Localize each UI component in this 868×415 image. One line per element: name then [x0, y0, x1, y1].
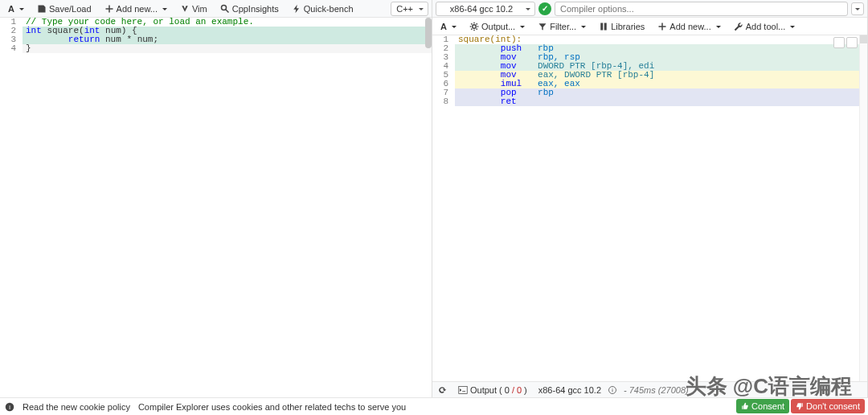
- minimap[interactable]: [859, 35, 867, 381]
- book-icon: [599, 22, 608, 31]
- overview-icon[interactable]: [846, 37, 858, 48]
- add-new-label: Add new...: [669, 22, 710, 31]
- refresh-icon[interactable]: [437, 385, 447, 395]
- output-sep: /: [512, 385, 514, 395]
- overview-icon[interactable]: [833, 37, 845, 48]
- output-close: ): [524, 385, 527, 395]
- add-new-button[interactable]: Add new...: [100, 2, 172, 15]
- gear-icon: [469, 22, 479, 31]
- output-text: Output (: [470, 385, 502, 395]
- thumbs-up-icon: [741, 402, 749, 410]
- language-value: C++: [396, 4, 413, 14]
- asm-status-bar: Output (0/0) x86-64 gcc 10.2 - 745ms (27…: [432, 381, 867, 397]
- asm-toolbar: A Output... Filter... Libraries Add new.…: [432, 18, 867, 35]
- thumbs-down-icon: [796, 402, 804, 410]
- line-number: 8: [432, 97, 448, 106]
- filter-menu[interactable]: Filter...: [533, 20, 591, 33]
- svg-point-1: [473, 24, 477, 28]
- cookie-message: Compiler Explorer uses cookies and other…: [138, 402, 406, 412]
- info-icon[interactable]: [608, 385, 617, 395]
- split-panes: A Save/Load Add new... Vim CppInsights: [0, 0, 868, 397]
- consent-button[interactable]: Consent: [736, 399, 789, 413]
- asm-pane: x86-64 gcc 10.2 ✓ A Output... Filter...: [432, 0, 868, 397]
- add-tool-button[interactable]: Add tool...: [729, 20, 800, 33]
- source-code[interactable]: // Type your code here, or load an examp…: [23, 18, 432, 397]
- code-text: }: [26, 43, 31, 53]
- vim-icon: [180, 4, 190, 14]
- options-expand-button[interactable]: [851, 2, 864, 15]
- svg-point-0: [221, 5, 226, 10]
- output-err: 0: [517, 385, 522, 395]
- info-icon: i: [5, 402, 14, 412]
- save-load-button[interactable]: Save/Load: [32, 2, 96, 15]
- output-ok: 0: [505, 385, 510, 395]
- font-menu[interactable]: A: [436, 20, 461, 33]
- compile-status-ok-icon: ✓: [538, 2, 551, 15]
- plus-icon: [657, 22, 667, 31]
- dont-consent-button[interactable]: Don't consent: [791, 399, 865, 413]
- wrench-icon: [734, 22, 743, 31]
- dont-consent-label: Don't consent: [806, 401, 860, 411]
- output-menu[interactable]: Output...: [465, 20, 530, 33]
- line-number: 4: [0, 44, 16, 53]
- font-label: A: [8, 4, 14, 14]
- libraries-button[interactable]: Libraries: [594, 20, 649, 33]
- cookie-policy-link[interactable]: Read the new cookie policy: [23, 402, 130, 412]
- filter-icon: [538, 22, 547, 31]
- consent-buttons: Consent Don't consent: [736, 399, 865, 413]
- add-tool-label: Add tool...: [746, 22, 786, 31]
- output-label: Output...: [481, 22, 515, 31]
- libraries-label: Libraries: [611, 22, 645, 31]
- asm-editor[interactable]: 1 2 3 4 5 6 7 8 square(int): push: [432, 35, 867, 381]
- code-text: num * num;: [100, 35, 158, 44]
- vim-button[interactable]: Vim: [175, 2, 212, 15]
- asm-code[interactable]: square(int): push rbp mov rbp, rsp mov D…: [455, 35, 859, 381]
- compiler-short-label: x86-64 gcc 10.2: [538, 385, 601, 395]
- compiler-options-input[interactable]: [555, 2, 848, 16]
- asm-gutter: 1 2 3 4 5 6 7 8: [432, 35, 455, 381]
- cppinsights-button[interactable]: CppInsights: [215, 2, 284, 15]
- bolt-icon: [292, 4, 301, 14]
- language-select[interactable]: C++: [391, 2, 428, 16]
- filter-label: Filter...: [550, 22, 576, 31]
- compiler-bar: x86-64 gcc 10.2 ✓: [432, 0, 867, 18]
- source-pane: A Save/Load Add new... Vim CppInsights: [0, 0, 432, 397]
- font-label: A: [440, 22, 447, 31]
- code-text: ret: [458, 97, 517, 106]
- consent-label: Consent: [751, 401, 784, 411]
- output-pane-button[interactable]: Output (0/0): [453, 384, 532, 397]
- add-new-label: Add new...: [117, 4, 158, 14]
- plus-icon: [104, 4, 114, 14]
- app-root: A Save/Load Add new... Vim CppInsights: [0, 0, 868, 415]
- source-editor[interactable]: 1 2 3 4 // Type your code here, or load …: [0, 18, 432, 397]
- font-menu[interactable]: A: [3, 2, 29, 15]
- cppinsights-label: CppInsights: [232, 4, 279, 14]
- compiler-value: x86-64 gcc 10.2: [450, 4, 513, 14]
- terminal-icon: [458, 385, 468, 395]
- code-text: return: [26, 35, 100, 44]
- save-icon: [37, 4, 47, 14]
- add-new-button[interactable]: Add new...: [653, 20, 725, 33]
- search-icon: [220, 4, 230, 14]
- quickbench-label: Quick-bench: [304, 4, 354, 14]
- quickbench-button[interactable]: Quick-bench: [287, 2, 358, 15]
- save-load-label: Save/Load: [49, 4, 92, 14]
- scrollbar[interactable]: [425, 18, 432, 48]
- code-text: rbp: [517, 88, 554, 97]
- vim-label: Vim: [192, 4, 207, 14]
- timing-label: - 745ms (27008): [624, 385, 689, 395]
- source-gutter: 1 2 3 4: [0, 18, 23, 397]
- compiler-select[interactable]: x86-64 gcc 10.2: [436, 2, 535, 16]
- source-toolbar: A Save/Load Add new... Vim CppInsights: [0, 0, 432, 18]
